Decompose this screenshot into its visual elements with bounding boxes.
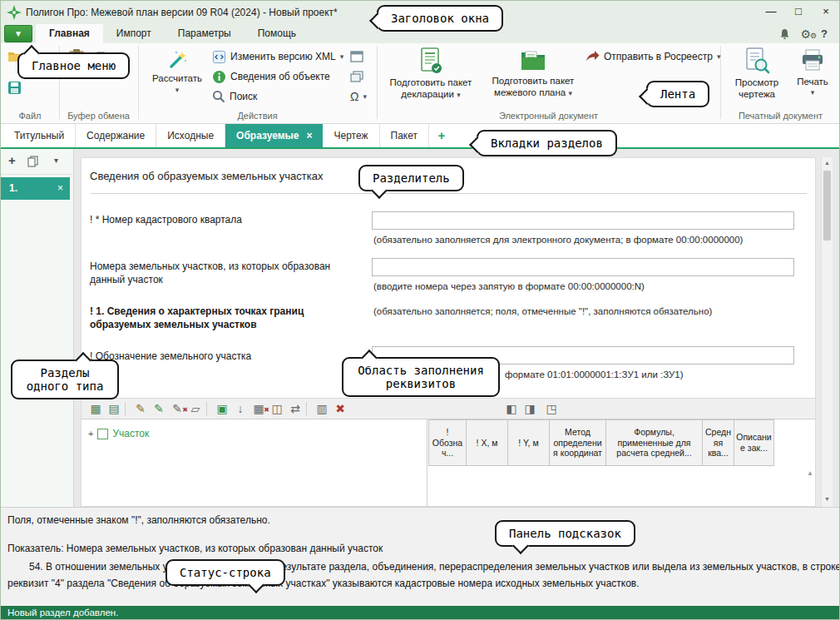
settings-gear-icon[interactable]: ⚙⚙ <box>800 27 811 41</box>
grid-header-designation[interactable]: ! Обознач... <box>428 419 467 466</box>
sidebar-divider <box>1 174 73 175</box>
cadastral-quarter-label: ! * Номер кадастрового квартала <box>90 213 366 226</box>
char-points-subsection-label: ! 1. Сведения о характерных точках грани… <box>90 305 366 331</box>
draw-point-icon[interactable]: ✎ <box>133 401 148 416</box>
duplicate-section-icon[interactable] <box>27 156 39 167</box>
window-controls: — □ × <box>764 5 833 17</box>
source-parcels-input[interactable] <box>372 258 794 276</box>
callout-window-title: Заголовок окна <box>377 5 503 32</box>
row-settings-icon[interactable]: ▤ <box>106 401 121 416</box>
tree-expand-icon[interactable]: + <box>88 429 93 439</box>
maximize-button[interactable]: □ <box>792 5 805 17</box>
print-button[interactable]: Печать ▾ <box>789 46 836 97</box>
add-section-tab-button[interactable]: + <box>429 124 454 147</box>
new-window-button[interactable] <box>350 48 363 65</box>
sidebar-menu-icon[interactable]: ▾ <box>54 156 58 165</box>
scroll-up-icon[interactable]: ▲ <box>822 157 833 169</box>
close-button[interactable]: × <box>819 5 833 17</box>
grid-header-method[interactable]: Метод определения координат <box>550 419 606 466</box>
application-window: Полигон Про: Межевой план версии 09 R04 … <box>0 0 840 620</box>
tab-soderzhanie[interactable]: Содержание <box>76 124 156 147</box>
special-symbols-button[interactable]: Ω ▾ <box>350 88 367 105</box>
send-to-rosreestr-button[interactable]: Отправить в Росреестр ▾ <box>585 48 720 65</box>
scroll-down-icon[interactable]: ▼ <box>822 494 833 505</box>
prepare-declaration-package-button[interactable]: Подготовить пакет декларации ▾ <box>383 46 478 101</box>
callout-main-menu-label: Главное меню <box>32 59 116 72</box>
group-label-printdoc: Печатный документ <box>720 111 840 121</box>
grid-header-y[interactable]: ! Y, м <box>508 419 550 466</box>
caret-down-icon: ▾ <box>811 89 815 97</box>
caret-down-icon: ▾ <box>457 91 461 99</box>
toolbar-separator <box>206 402 207 416</box>
source-parcels-hint: (вводите номера через запятую в формате … <box>373 281 645 291</box>
delete-row-icon[interactable]: ✖ <box>333 401 348 416</box>
insert-column-right-icon[interactable]: ◨ <box>522 401 537 416</box>
tree-item-checkbox[interactable] <box>97 429 108 439</box>
object-info-button[interactable]: Сведения об объекте <box>212 68 330 85</box>
view-drawing-button[interactable]: Просмотр чертежа <box>724 46 789 101</box>
drawing-preview-icon <box>744 47 769 74</box>
insert-column-left-icon[interactable]: ◧ <box>504 401 519 416</box>
tree-item-label: Участок <box>112 428 149 439</box>
notifications-bell-icon[interactable] <box>779 28 790 40</box>
caret-down-icon: ▾ <box>568 89 572 97</box>
clear-table-icon[interactable]: ▦✖ <box>251 401 266 416</box>
tab-iskhodnye[interactable]: Исходные <box>156 124 225 147</box>
callout-hints-panel-label: Панель подсказок <box>509 527 621 540</box>
menu-tab-import[interactable]: Импорт <box>103 24 165 43</box>
tab-close-icon[interactable]: × <box>306 130 312 141</box>
omega-icon: Ω <box>350 90 358 103</box>
tab-obrazuemye[interactable]: Образуемые× <box>225 124 323 147</box>
split-view-icon[interactable]: ◫ <box>269 401 284 416</box>
insert-row-below-icon[interactable]: ↓ <box>233 401 248 416</box>
callout-same-type-sections-label: Разделы одного типа <box>27 366 104 393</box>
save-icon[interactable] <box>7 81 22 95</box>
cadastral-quarter-input[interactable] <box>372 211 794 230</box>
file-menu-button[interactable]: ▼ <box>4 25 32 42</box>
grid-header-x[interactable]: ! X, м <box>467 419 508 466</box>
grid-header-description[interactable]: Описание зак... <box>734 419 774 466</box>
view-drawing-label: Просмотр чертежа <box>724 77 789 101</box>
table-grid-icon[interactable]: ▦ <box>88 401 103 416</box>
callout-main-menu: Главное меню <box>17 52 130 79</box>
section-item-number: 1. <box>9 182 17 194</box>
grid-header-formulas[interactable]: Формулы, примененные для расчета средней… <box>606 419 703 466</box>
status-bar: Новый раздел добавлен. <box>1 606 839 620</box>
toolbar-separator <box>306 402 307 416</box>
table-scroll-up-icon[interactable]: ▲ <box>807 469 813 477</box>
transpose-icon[interactable]: ⇄ <box>288 401 303 416</box>
tab-titulny[interactable]: Титульный <box>3 124 76 147</box>
minimize-button[interactable]: — <box>764 5 778 17</box>
search-icon <box>212 90 225 103</box>
change-xml-version-button[interactable]: Изменить версию XML ▾ <box>212 48 343 65</box>
declaration-document-icon <box>418 47 443 74</box>
search-button[interactable]: Поиск <box>212 88 257 105</box>
menu-tab-home[interactable]: Главная <box>36 24 103 43</box>
copy-rows-icon[interactable]: ▣ <box>215 401 230 416</box>
panel-section-title: Сведения об образуемых земельных участка… <box>90 170 324 182</box>
status-message: Новый раздел добавлен. <box>7 608 118 618</box>
parcel-designation-hint: формате 01:01:0000001:1:ЗУ1 или :ЗУ1) <box>505 370 684 379</box>
columns-icon[interactable]: ▥ <box>314 401 329 416</box>
tab-paket[interactable]: Пакет <box>380 124 429 147</box>
section-item-1[interactable]: 1. × <box>1 177 70 200</box>
expand-table-icon[interactable]: ◳ <box>544 401 559 416</box>
menu-tab-parameters[interactable]: Параметры <box>165 24 245 43</box>
grid-header-mean-square[interactable]: Средняя ква... <box>703 419 734 466</box>
add-section-button[interactable]: + <box>8 153 16 167</box>
menu-tab-help[interactable]: Помощь <box>245 24 309 43</box>
scrollbar-thumb[interactable] <box>823 171 831 241</box>
prepare-boundary-plan-package-button[interactable]: Подготовить пакет межевого плана ▾ <box>483 46 583 99</box>
group-label-edoc: Электронный документ <box>377 111 720 121</box>
cascade-windows-button[interactable] <box>350 68 363 85</box>
section-item-close-icon[interactable]: × <box>57 182 63 194</box>
help-icon[interactable]: ? <box>821 27 828 40</box>
content-scrollbar[interactable]: ▲ ▼ <box>821 157 833 507</box>
callout-hints-panel: Панель подсказок <box>495 520 635 547</box>
delete-point-icon[interactable]: ✎✖ <box>170 401 185 416</box>
calculate-button[interactable]: Рассчитать ▾ <box>149 46 205 94</box>
add-point-icon[interactable]: ✎ <box>151 401 166 416</box>
tab-chertezh[interactable]: Чертеж <box>323 124 379 147</box>
parcel-tree-item[interactable]: + Участок <box>88 428 149 439</box>
polygon-icon[interactable]: ▱ <box>188 401 203 416</box>
